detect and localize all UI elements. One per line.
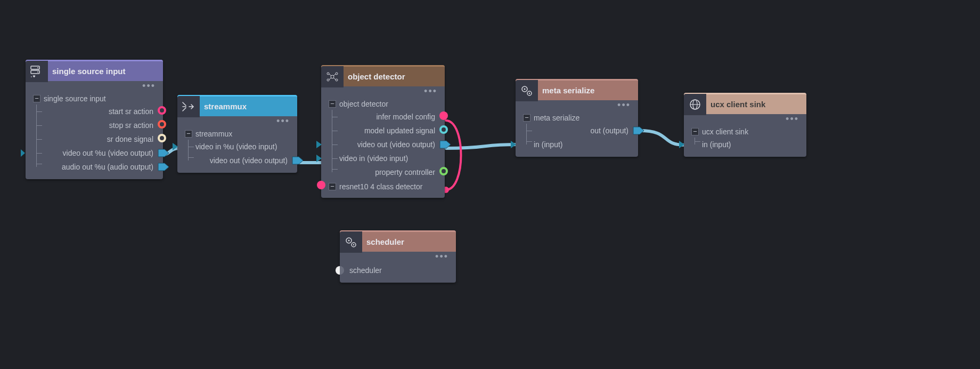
source-icon <box>26 61 48 82</box>
ring-cream-icon[interactable] <box>158 134 168 145</box>
node-title: single source input <box>52 67 158 76</box>
node-title: object detector <box>348 72 439 81</box>
network-icon <box>321 66 344 87</box>
port-out[interactable]: out (output) <box>516 124 638 138</box>
node-streammux[interactable]: streammux ••• − streammux video in %u (v… <box>177 95 297 173</box>
port-video-out[interactable]: video out (video output) <box>321 138 445 151</box>
section-label: meta serialize <box>534 114 579 122</box>
globe-icon <box>684 94 706 115</box>
node-header[interactable]: scheduler <box>340 230 456 252</box>
section-scheduler[interactable]: scheduler <box>340 263 456 277</box>
node-menu-icon[interactable]: ••• <box>321 86 445 96</box>
arrow-in-icon[interactable] <box>316 153 326 164</box>
half-dot-icon[interactable] <box>336 266 344 275</box>
node-menu-icon[interactable]: ••• <box>177 116 297 126</box>
port-stop-sr-action[interactable]: stop sr action <box>26 118 163 132</box>
ring-green-icon[interactable] <box>439 167 450 178</box>
mux-icon <box>177 96 200 117</box>
section2-toggle[interactable]: − resnet10 4 class detector <box>321 179 445 192</box>
node-header[interactable]: object detector <box>321 65 445 86</box>
arrow-out-icon[interactable] <box>292 155 303 166</box>
node-single-source-input[interactable]: single source input ••• − single source … <box>26 60 163 179</box>
section-label: object detector <box>339 100 388 108</box>
ring-red-icon[interactable] <box>158 120 168 131</box>
svg-point-20 <box>353 244 354 245</box>
ring-pink-icon[interactable] <box>158 106 168 117</box>
port-sr-done-signal[interactable]: sr done signal <box>26 132 163 146</box>
svg-point-4 <box>37 71 38 73</box>
svg-point-3 <box>37 67 38 68</box>
arrow-in-icon[interactable] <box>20 148 31 158</box>
node-title: meta serialize <box>542 86 633 95</box>
node-object-detector[interactable]: object detector ••• − object detector in… <box>321 65 445 198</box>
section-toggle[interactable]: − ucx client sink <box>684 126 806 138</box>
node-meta-serialize[interactable]: meta serialize ••• − meta serialize out … <box>516 79 638 157</box>
node-ucx-client-sink[interactable]: ucx client sink ••• − ucx client sink in… <box>684 93 806 157</box>
dot-pink-icon[interactable] <box>317 181 328 191</box>
port-video-in[interactable]: video in (video input) <box>321 151 445 165</box>
port-video-in[interactable]: video in %u (video input) <box>177 140 297 154</box>
node-scheduler[interactable]: scheduler ••• scheduler <box>340 230 456 283</box>
node-title: ucx client sink <box>710 100 801 109</box>
node-menu-icon[interactable]: ••• <box>684 114 806 124</box>
section-label: streammux <box>195 130 232 138</box>
svg-point-9 <box>336 79 338 81</box>
node-header[interactable]: streammux <box>177 95 297 116</box>
port-audio-out[interactable]: audio out %u (audio output) <box>26 160 163 174</box>
section-toggle[interactable]: − meta serialize <box>516 112 638 124</box>
node-menu-icon[interactable]: ••• <box>516 100 638 110</box>
port-in[interactable]: in (input) <box>516 138 638 151</box>
port-infer-model-config[interactable]: infer model config <box>321 110 445 124</box>
arrow-in-icon[interactable] <box>316 139 326 150</box>
svg-point-8 <box>327 79 329 81</box>
node-title: scheduler <box>366 237 451 246</box>
arrow-out-icon[interactable] <box>439 139 450 150</box>
node-title: streammux <box>204 102 292 111</box>
ring-teal-icon[interactable] <box>439 125 450 136</box>
section-toggle[interactable]: − single source input <box>26 93 163 105</box>
arrow-in-icon[interactable] <box>679 139 689 150</box>
svg-point-18 <box>348 239 350 241</box>
svg-point-11 <box>524 88 526 90</box>
section-label: single source input <box>44 94 106 103</box>
section2-label: resnet10 4 class detector <box>339 182 422 191</box>
dot-pink-icon[interactable] <box>439 111 450 122</box>
node-menu-icon[interactable]: ••• <box>340 252 456 261</box>
arrow-out-icon[interactable] <box>158 162 168 172</box>
port-video-out[interactable]: video out %u (video output) <box>26 146 163 160</box>
port-model-updated-signal[interactable]: model updated signal <box>321 124 445 138</box>
arrow-in-icon[interactable] <box>510 139 521 150</box>
section-toggle[interactable]: − streammux <box>177 128 297 140</box>
section-label: ucx client sink <box>702 127 748 136</box>
port-video-out[interactable]: video out (video output) <box>177 154 297 167</box>
svg-point-13 <box>529 92 530 93</box>
port-property-controller[interactable]: property controller <box>321 165 445 179</box>
node-header[interactable]: meta serialize <box>516 79 638 100</box>
arrow-in-icon[interactable] <box>172 141 183 152</box>
node-menu-icon[interactable]: ••• <box>26 81 163 91</box>
section-toggle[interactable]: − object detector <box>321 98 445 110</box>
node-header[interactable]: single source input <box>26 60 163 81</box>
gears-icon <box>516 80 538 101</box>
port-in[interactable]: in (input) <box>684 138 806 151</box>
svg-point-7 <box>336 73 338 75</box>
arrow-out-icon[interactable] <box>158 148 168 158</box>
port-start-sr-action[interactable]: start sr action <box>26 105 163 118</box>
node-header[interactable]: ucx client sink <box>684 93 806 114</box>
arrow-out-icon[interactable] <box>633 125 643 136</box>
connection-wires <box>0 0 980 369</box>
svg-point-6 <box>327 73 329 75</box>
gears-icon <box>340 231 362 253</box>
